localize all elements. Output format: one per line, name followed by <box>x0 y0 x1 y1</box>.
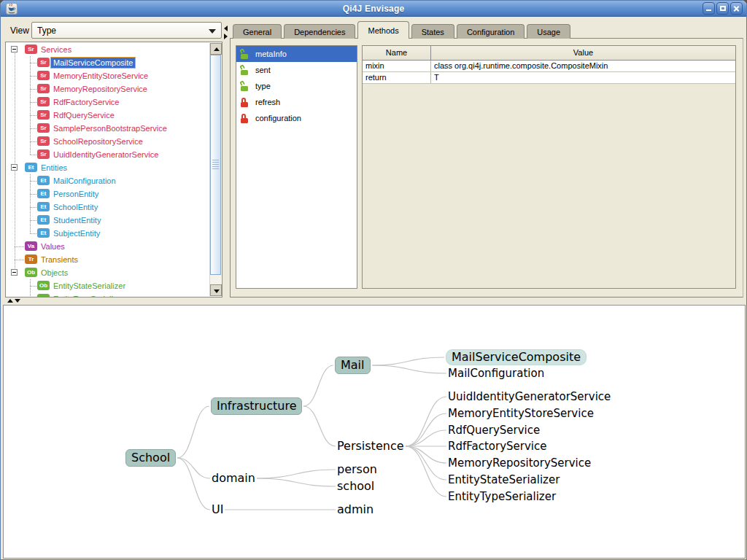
tree-row[interactable]: ObObjects <box>6 266 209 279</box>
scroll-down-button[interactable] <box>210 284 222 296</box>
vertical-splitter[interactable] <box>222 20 230 298</box>
tree-row[interactable]: SrMailServiceComposite <box>6 56 209 69</box>
tree-connector <box>30 207 36 208</box>
scroll-up-button[interactable] <box>210 43 222 55</box>
graph-node-admin[interactable]: admin <box>337 502 374 517</box>
tree-item-label: Transients <box>41 254 78 265</box>
tree-item-label: SchoolEntity <box>53 202 98 212</box>
tree-row[interactable]: ObEntityTypeSerializer <box>6 292 209 297</box>
method-list-item[interactable]: configuration <box>236 110 357 126</box>
tree-row[interactable]: EtSchoolEntity <box>6 201 209 214</box>
tree-scrollbar[interactable] <box>209 43 221 296</box>
tree-type-badge: Sr <box>25 44 37 54</box>
tree-row[interactable]: SrRdfQueryService <box>6 109 209 122</box>
tab-general[interactable]: General <box>233 24 282 39</box>
tree-row[interactable]: SrSchoolRepositoryService <box>6 135 209 148</box>
tree-connector <box>30 102 36 103</box>
tree-item-label: SamplePersonBootstrapService <box>53 123 167 133</box>
tree-connector <box>30 63 36 63</box>
graph-edge <box>372 365 446 373</box>
lock-closed-icon <box>241 114 249 123</box>
column-header-name[interactable]: Name <box>363 46 431 60</box>
java-icon <box>6 3 18 15</box>
collapse-up-icon[interactable] <box>7 299 13 303</box>
tree-row[interactable]: EtPersonEntity <box>6 187 209 201</box>
graph-node-school[interactable]: School <box>125 449 176 467</box>
column-header-value[interactable]: Value <box>431 46 735 60</box>
tab-usage[interactable]: Usage <box>527 24 570 39</box>
method-name-label: configuration <box>255 114 301 122</box>
view-type-select[interactable]: Type <box>31 22 222 39</box>
tab-states[interactable]: States <box>411 24 454 39</box>
tree-connector <box>30 286 36 287</box>
graph-node-person[interactable]: person <box>337 462 377 477</box>
tree-item-label: MailServiceComposite <box>50 57 136 69</box>
tree-row[interactable]: ObEntityStateSerializer <box>6 279 209 292</box>
graph-edge <box>406 430 446 446</box>
graph-node-persistence[interactable]: Persistence <box>337 439 404 454</box>
tree-type-badge: Sr <box>37 97 50 106</box>
tree-row[interactable]: SrServices <box>6 43 209 56</box>
graph-node-ui[interactable]: UI <box>212 502 223 517</box>
collapse-left-icon[interactable] <box>224 26 228 31</box>
tree-row[interactable]: SrSamplePersonBootstrapService <box>6 122 209 135</box>
tree-expander-icon[interactable] <box>11 269 18 276</box>
tree-connector <box>30 279 31 297</box>
composite-tree: SrServicesSrMailServiceCompositeSrMemory… <box>6 43 209 297</box>
collapse-down-icon[interactable] <box>15 299 20 303</box>
tree-connector <box>30 128 36 129</box>
table-header: Name Value <box>363 46 735 61</box>
graph-node-rdf-query-service[interactable]: RdfQueryService <box>448 423 540 438</box>
tab-methods[interactable]: Methods <box>357 21 409 39</box>
scrollbar-thumb[interactable] <box>210 55 221 275</box>
tree-row[interactable]: SrMemoryEntityStoreService <box>6 69 209 82</box>
tree-connector <box>30 181 36 182</box>
graph-node-mail-service-composite[interactable]: MailServiceComposite <box>446 349 587 365</box>
method-list-item[interactable]: metaInfo <box>236 46 357 62</box>
tree-row[interactable]: EtSubjectEntity <box>6 227 209 240</box>
tree-connector <box>30 76 36 77</box>
tree-item-label: Entities <box>41 163 67 173</box>
graph-node-school-leaf[interactable]: school <box>337 479 374 494</box>
tree-connector <box>30 89 36 90</box>
tab-dependencies[interactable]: Dependencies <box>284 24 355 39</box>
graph-node-memory-entity-store-service[interactable]: MemoryEntityStoreService <box>448 406 594 421</box>
method-list-item[interactable]: type <box>236 78 357 94</box>
graph-node-entity-type-serializer[interactable]: EntityTypeSerializer <box>448 489 556 504</box>
tree-row[interactable]: VaValues <box>6 240 209 253</box>
graph-node-domain[interactable]: domain <box>212 471 255 486</box>
tree-item-label: Services <box>41 44 71 55</box>
tree-row[interactable]: SrMemoryRepositoryService <box>6 82 209 96</box>
minimize-button[interactable] <box>703 2 715 15</box>
tree-expander-icon[interactable] <box>11 164 18 171</box>
tree-row[interactable]: SrUuidIdentityGeneratorService <box>6 148 209 161</box>
method-list-item[interactable]: sent <box>236 62 357 78</box>
tree-row[interactable]: SrRdfFactoryService <box>6 96 209 109</box>
graph-node-mail-configuration[interactable]: MailConfiguration <box>448 366 544 381</box>
graph-node-infrastructure[interactable]: Infrastructure <box>211 397 302 415</box>
graph-node-mail[interactable]: Mail <box>335 357 371 374</box>
graph-node-uuid-identity-generator-service[interactable]: UuidIdentityGeneratorService <box>448 389 611 404</box>
close-button[interactable] <box>730 2 743 15</box>
horizontal-splitter[interactable] <box>1 298 747 305</box>
tree-row[interactable]: TrTransients <box>6 253 209 266</box>
tab-configuration[interactable]: Configuration <box>457 24 525 39</box>
method-list-item[interactable]: refresh <box>236 94 357 110</box>
title-bar[interactable]: Qi4J Envisage <box>1 1 746 17</box>
collapse-right-icon[interactable] <box>224 34 228 39</box>
graph-node-memory-repository-service[interactable]: MemoryRepositoryService <box>448 456 591 470</box>
tree-row[interactable]: EtStudentEntity <box>6 214 209 227</box>
lock-closed-icon <box>241 98 249 107</box>
table-row[interactable]: returnT <box>363 72 735 84</box>
tree-row[interactable]: EtEntities <box>6 161 209 174</box>
maximize-button[interactable] <box>716 2 729 15</box>
tree-row[interactable]: EtMailConfiguration <box>6 174 209 187</box>
graph-node-rdf-factory-service[interactable]: RdfFactoryService <box>448 439 546 454</box>
cell-value: T <box>431 72 735 83</box>
table-row[interactable]: mixinclass org.qi4j.runtime.composite.Co… <box>363 61 735 72</box>
tree-expander-icon[interactable] <box>11 46 18 52</box>
lock-open-icon <box>241 50 249 59</box>
tree-item-label: MemoryEntityStoreService <box>53 71 148 81</box>
graph-node-entity-state-serializer[interactable]: EntityStateSerializer <box>448 472 560 487</box>
tree-connector <box>30 220 36 221</box>
